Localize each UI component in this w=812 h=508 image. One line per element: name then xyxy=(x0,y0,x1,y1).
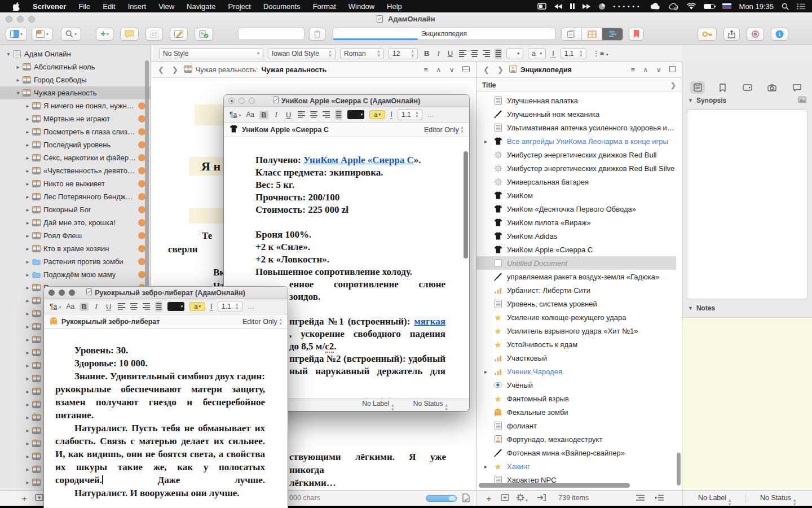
align-right-button[interactable] xyxy=(323,110,330,119)
disclosure-triangle-icon[interactable]: ▸ xyxy=(24,259,32,265)
align-center-button[interactable] xyxy=(130,302,138,311)
style-select[interactable]: No Style▾ xyxy=(159,48,263,59)
flag-ru-icon[interactable] xyxy=(722,3,731,9)
binder-row[interactable]: ▸Мёртвые не играют xyxy=(0,112,151,125)
outline-row[interactable]: УниКом Adidas xyxy=(476,229,676,243)
synopsis-image-icon[interactable] xyxy=(798,97,806,104)
binder-add-icon[interactable]: + xyxy=(21,493,27,505)
synopsis-text-area[interactable] xyxy=(687,110,807,299)
layouts-button[interactable]: ▾ xyxy=(32,28,53,41)
font-select[interactable]: Iowan Old Style∧∨ xyxy=(268,48,336,59)
spotlight-icon[interactable] xyxy=(782,3,789,10)
outline-row[interactable]: Фортунадо, механодеструкт xyxy=(476,432,676,446)
search-button[interactable]: ▾ xyxy=(61,28,81,41)
outline-vscrollbar[interactable] xyxy=(677,453,681,485)
disclosure-triangle-icon[interactable]: ▸ xyxy=(484,138,492,144)
text-color-well[interactable]: ▾ xyxy=(347,110,364,119)
outline-row[interactable]: управляемая ракета воздух-земля «Гадюка» xyxy=(476,270,676,283)
align-right-button[interactable] xyxy=(143,302,150,311)
disclosure-triangle-icon[interactable]: ▸ xyxy=(24,375,32,382)
disclosure-triangle-icon[interactable]: ▸ xyxy=(24,271,32,278)
outline-row[interactable]: ★Усилитель взрывного удара «Хит №1» xyxy=(476,324,676,338)
disclosure-triangle-icon[interactable]: ▸ xyxy=(24,440,32,446)
back-arrow-icon[interactable]: ❮ xyxy=(481,65,492,74)
binder-scrollbar[interactable] xyxy=(145,60,149,300)
snapshots-tab-icon[interactable] xyxy=(765,81,779,94)
editor-only-selector[interactable]: Editor Only∧∨ xyxy=(242,318,282,326)
back-arrow-icon[interactable]: ❮ xyxy=(156,65,166,74)
font-style-icon[interactable]: Aa xyxy=(67,303,75,310)
disclosure-triangle-icon[interactable]: ▸ xyxy=(24,233,32,239)
menu-item-scrivener[interactable]: Scrivener xyxy=(27,0,72,12)
binder-row[interactable]: ▸Я ничего не понял, нужн… xyxy=(0,99,151,112)
highlight-well[interactable]: a▾ xyxy=(369,110,385,119)
outline-view-button[interactable] xyxy=(602,28,623,40)
disclosure-triangle-icon[interactable]: ▸ xyxy=(24,220,32,226)
binder-row[interactable]: ▸Роял Флеш xyxy=(0,229,151,242)
binder-row[interactable]: ▸Подождём мою маму xyxy=(0,268,151,281)
binder-row[interactable]: ▸Секс, наркотики и файер… xyxy=(0,151,151,164)
inspector-button[interactable]: i xyxy=(771,28,788,41)
italic-button[interactable]: I xyxy=(273,110,279,119)
outline-column-header[interactable]: Title ❯ xyxy=(476,79,682,91)
text-color-well[interactable]: ▾ xyxy=(167,302,184,311)
label-selector[interactable]: No Label ∧∨ xyxy=(698,494,731,506)
editor-prev-icon[interactable]: ∧ xyxy=(434,65,443,74)
cloud-icon[interactable] xyxy=(650,3,660,10)
import-icon[interactable] xyxy=(537,493,546,503)
more-icon[interactable]: … xyxy=(427,111,434,119)
menu-item-window[interactable]: Window xyxy=(342,0,381,12)
disclosure-triangle-icon[interactable]: ▸ xyxy=(24,116,32,122)
line-height-select[interactable]: 1.1∧∨ xyxy=(218,301,242,312)
bookmarks-tab-icon[interactable] xyxy=(715,81,730,94)
outline-row[interactable]: Фотонная мина «Вайпер-свайпер» xyxy=(476,446,676,459)
label-selector[interactable]: No Label ∧∨ xyxy=(362,400,394,411)
disclosure-triangle-icon[interactable]: ▸ xyxy=(24,168,32,174)
add-item-button[interactable]: +▾ xyxy=(96,28,113,41)
more-icon[interactable]: … xyxy=(248,303,254,310)
copyholder-button[interactable]: cf xyxy=(145,28,163,41)
column-options-icon[interactable]: ❯ xyxy=(670,81,676,89)
binder-row[interactable]: ▸Никто не выживет xyxy=(0,177,151,190)
menu-item-view[interactable]: View xyxy=(152,0,180,12)
disclosure-triangle-icon[interactable]: ▸ xyxy=(24,207,32,213)
align-justify-button[interactable] xyxy=(155,301,162,312)
align-left-button[interactable] xyxy=(298,110,305,119)
disclosure-triangle-icon[interactable]: ▸ xyxy=(24,284,32,291)
disclosure-triangle-icon[interactable]: ▸ xyxy=(24,103,32,109)
comments-tab-icon[interactable] xyxy=(789,81,804,94)
apple-menu-icon[interactable] xyxy=(7,0,27,12)
notes-section-header[interactable]: ▼Notes xyxy=(682,301,812,315)
minimize-button[interactable] xyxy=(59,290,65,296)
text-color-well[interactable]: ▾ xyxy=(506,48,523,59)
binder-row[interactable]: ▾Чужая реальность xyxy=(0,86,151,99)
bold-button[interactable]: B xyxy=(80,303,88,311)
outline-row[interactable]: Универсальная батарея xyxy=(476,175,676,189)
outline-row[interactable]: УниКом xyxy=(476,189,676,202)
menu-item-navigate[interactable]: Navigate xyxy=(180,0,222,12)
compose-button[interactable] xyxy=(170,28,188,41)
editor-menu-icon[interactable]: ≡ xyxy=(422,65,430,74)
cloud-sync-icon[interactable]: a xyxy=(668,3,679,10)
outline-row[interactable]: фолиант xyxy=(476,419,676,432)
line-height-select[interactable]: 1.1∧∨ xyxy=(398,109,422,120)
italic-button[interactable]: I xyxy=(435,49,441,58)
fast-forward-icon[interactable] xyxy=(582,4,590,9)
outliner-prev-icon[interactable]: ∧ xyxy=(641,65,650,74)
outline-row[interactable]: Унибустер энергетических движков Red Bul… xyxy=(476,161,676,175)
editor-split-icon[interactable] xyxy=(461,65,471,74)
outline-row[interactable]: Уровень, система уровней xyxy=(476,297,676,310)
disclosure-triangle-icon[interactable]: ▸ xyxy=(24,427,32,433)
binder-row[interactable]: ▾Адам Онлайн xyxy=(0,47,151,60)
align-right-button[interactable] xyxy=(483,49,490,58)
menu-clock[interactable]: Mon 19:35 xyxy=(739,2,774,11)
disclosure-triangle-icon[interactable]: ▸ xyxy=(24,129,32,135)
share-button[interactable] xyxy=(723,28,740,41)
comment-button[interactable] xyxy=(120,28,139,41)
outline-hscrollbar[interactable] xyxy=(476,483,682,488)
line-height-select[interactable]: 1.1∧∨ xyxy=(561,48,586,59)
disclosure-triangle-icon[interactable]: ▸ xyxy=(24,453,32,459)
disclosure-triangle-icon[interactable]: ▸ xyxy=(14,77,22,83)
document-title-field[interactable]: Энциклопедия xyxy=(333,28,555,40)
disclosure-triangle-icon[interactable]: ▸ xyxy=(24,181,32,187)
